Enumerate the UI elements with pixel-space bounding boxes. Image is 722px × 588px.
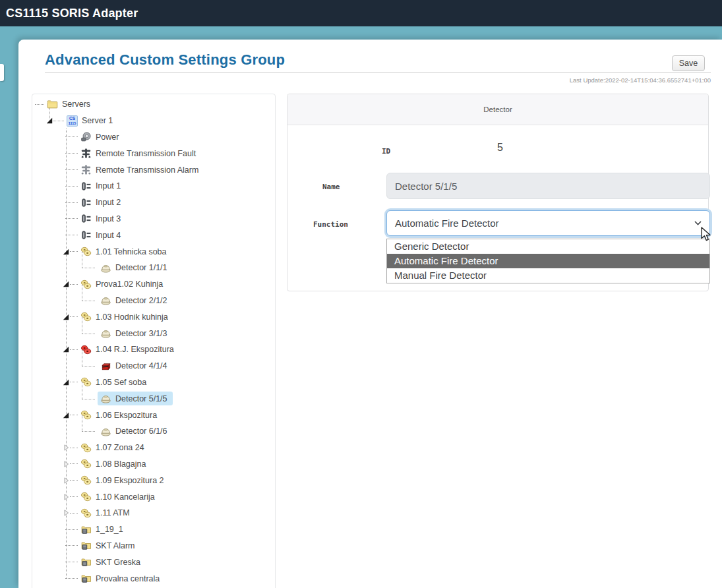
tree-connector xyxy=(82,325,98,341)
expand-arrow-icon[interactable] xyxy=(62,313,70,321)
tree-connector xyxy=(70,496,78,497)
tree-item-label: Remote Transmission Alarm xyxy=(96,165,198,175)
tree-item[interactable]: Detector 3/1/3 xyxy=(32,325,275,341)
tree-item[interactable]: 1.06 Ekspozitura xyxy=(32,407,275,423)
tree-connector xyxy=(70,480,78,481)
tree-item[interactable]: Provalna centrala xyxy=(32,570,275,587)
tree-item[interactable]: Remote Transmission Alarm xyxy=(32,162,275,178)
tree-item-label: 1.03 Hodnik kuhinja xyxy=(96,312,168,322)
tree-item[interactable]: Input 4 xyxy=(32,227,275,243)
detector-icon xyxy=(100,328,111,339)
tree-item[interactable]: Server 1 xyxy=(32,113,275,129)
tree-connector xyxy=(65,235,78,235)
tree-item[interactable]: Detector 5/1/5 xyxy=(32,390,275,407)
name-field-label: Name xyxy=(322,183,340,191)
expand-arrow-icon[interactable] xyxy=(45,117,53,125)
tree-item[interactable]: Detector 6/1/6 xyxy=(32,423,275,440)
tree-connector xyxy=(82,260,98,276)
tree-item[interactable]: 1_19_1 xyxy=(32,521,275,538)
name-input[interactable]: Detector 5/1/5 xyxy=(386,173,710,199)
device-icon xyxy=(80,556,92,568)
tree-item[interactable]: Detector 4/1/4 xyxy=(32,358,275,374)
tree-item[interactable]: 1.01 Tehnicka soba xyxy=(32,243,275,260)
tree-item-label: Prova1.02 Kuhinja xyxy=(96,279,163,289)
header-divider xyxy=(45,73,711,73)
expand-arrow-icon[interactable] xyxy=(62,345,70,353)
tree-connector xyxy=(82,390,98,407)
detector-icon xyxy=(100,262,111,274)
function-option[interactable]: Generic Detector xyxy=(387,239,709,254)
tree-item-label: 1.01 Tehnicka soba xyxy=(96,247,167,256)
function-select[interactable]: Automatic Fire Detector xyxy=(386,210,710,236)
tree-connector xyxy=(70,448,78,448)
tree-item-label: Power xyxy=(96,132,119,142)
expand-arrow-icon[interactable] xyxy=(62,411,70,419)
tree-item[interactable]: 1.08 Blagajna xyxy=(32,456,275,473)
device-icon xyxy=(80,524,92,535)
zone-icon xyxy=(80,475,92,486)
tree-item-label: Input 4 xyxy=(96,231,121,240)
tree-item-label: Detector 3/1/3 xyxy=(115,329,167,338)
tree-item-label: 1.08 Blagajna xyxy=(96,459,146,469)
tree-item-label: 1.11 ATM xyxy=(96,508,130,517)
tree-item[interactable]: 1.04 R.J. Ekspozitura xyxy=(32,341,275,358)
tree-connector xyxy=(70,349,78,350)
tree-item[interactable]: Servers xyxy=(32,96,275,113)
tree-item[interactable]: 1.03 Hodnik kuhinja xyxy=(32,309,275,325)
tree-item[interactable]: Input 2 xyxy=(32,194,275,211)
tree-item[interactable]: Power xyxy=(32,129,275,146)
expand-arrow-icon[interactable] xyxy=(62,378,70,386)
collapse-arrow-icon[interactable] xyxy=(62,444,70,452)
input-icon xyxy=(80,213,92,224)
name-input-value: Detector 5/1/5 xyxy=(395,181,457,192)
tree-item[interactable]: Input 3 xyxy=(32,211,275,227)
tree-item[interactable]: Detector 1/1/1 xyxy=(32,260,275,276)
zone-icon xyxy=(80,458,92,469)
last-update-text: Last Update:2022-02-14T15:04:36.6552741+… xyxy=(570,76,711,84)
expand-arrow-icon[interactable] xyxy=(62,248,70,256)
tree-item[interactable]: Prova1.02 Kuhinja xyxy=(32,276,275,293)
expand-arrow-icon[interactable] xyxy=(62,280,70,288)
tree-connector xyxy=(35,104,44,105)
tree-connector xyxy=(65,202,78,203)
collapse-arrow-icon[interactable] xyxy=(62,477,70,485)
tree-item-label: 1.10 Kancelarija xyxy=(96,492,155,502)
device-tree-panel: ServersServer 1PowerRemote Transmission … xyxy=(32,94,276,588)
tree-connector xyxy=(70,382,78,382)
tree-item[interactable]: Remote Transmission Fault xyxy=(32,145,275,162)
device-icon xyxy=(80,573,92,584)
tree-item[interactable]: 1.11 ATM xyxy=(32,505,275,521)
tree-item[interactable]: 1.10 Kancelarija xyxy=(32,488,275,505)
cs1115-icon xyxy=(67,115,78,127)
tree-connector xyxy=(65,169,78,170)
collapse-arrow-icon[interactable] xyxy=(62,493,70,501)
tree-connector xyxy=(65,529,78,530)
tree-item-label: 1.06 Ekspozitura xyxy=(96,411,157,420)
function-option[interactable]: Automatic Fire Detector xyxy=(387,254,709,268)
tree-item-label: Server 1 xyxy=(82,116,113,125)
rt-fault-icon xyxy=(80,148,92,159)
save-button[interactable]: Save xyxy=(672,55,705,71)
tree-item[interactable]: Input 1 xyxy=(32,178,275,194)
tree-item[interactable]: 1.09 Ekspozitura 2 xyxy=(32,472,275,488)
sidebar-collapsed-tab[interactable] xyxy=(0,64,4,81)
tree-connector xyxy=(70,513,78,514)
tree-item[interactable]: SKT Greska xyxy=(32,554,275,570)
function-option[interactable]: Manual Fire Detector xyxy=(387,268,709,283)
tree-item-label: Detector 4/1/4 xyxy=(115,361,167,370)
id-field-label: ID xyxy=(382,147,390,156)
tree-item[interactable]: 1.07 Zona 24 xyxy=(32,440,275,456)
collapse-arrow-icon[interactable] xyxy=(62,460,70,468)
function-field-label: Function xyxy=(313,220,348,229)
tree-item[interactable]: 1.05 Sef soba xyxy=(32,374,275,391)
tree-item-label: 1.09 Ekspozitura 2 xyxy=(96,476,164,485)
tree-item-label: Input 3 xyxy=(96,214,121,223)
collapse-arrow-icon[interactable] xyxy=(62,509,70,517)
tree-item[interactable]: SKT Alarm xyxy=(32,538,275,554)
tree-item-label: 1.04 R.J. Ekspozitura xyxy=(96,345,174,354)
tree-item[interactable]: Detector 2/1/2 xyxy=(32,293,275,309)
tree-item-label: Detector 5/1/5 xyxy=(115,394,167,403)
tree-connector xyxy=(65,186,78,187)
detector-icon xyxy=(100,393,111,404)
tree-item-label: 1.07 Zona 24 xyxy=(96,443,144,452)
